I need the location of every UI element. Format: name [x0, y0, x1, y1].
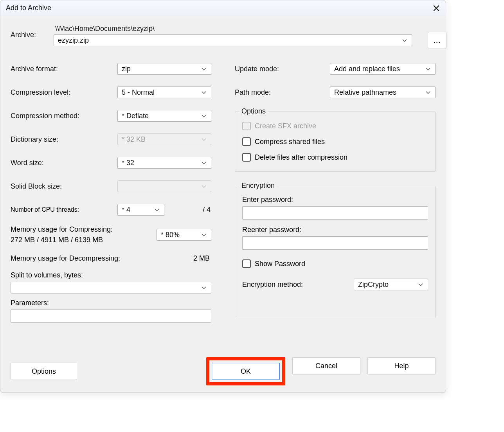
compression-level-label: Compression level:: [11, 88, 106, 97]
chevron-down-icon: [201, 160, 207, 166]
row-reenter-password: Reenter password:: [242, 226, 428, 250]
split-volumes-label: Split to volumes, bytes:: [11, 271, 211, 279]
chevron-down-icon: [401, 37, 408, 43]
mem-decompress-value: 2 MB: [157, 254, 211, 263]
archive-path-col: \\Mac\Home\Documents\ezyzip\ ezyzip.zip: [54, 25, 412, 46]
columns: Archive format: zip Compression level: 5…: [11, 60, 436, 323]
row-compression-level: Compression level: 5 - Normal: [11, 83, 211, 101]
archive-filename: ezyzip.zip: [58, 35, 89, 46]
dialog-footer: Options OK Cancel Help: [11, 357, 436, 385]
split-volumes-select[interactable]: [11, 282, 211, 293]
update-mode-value: Add and replace files: [334, 63, 400, 74]
row-enter-password: Enter password:: [242, 196, 428, 220]
parameters-label: Parameters:: [11, 299, 211, 307]
show-password-checkbox[interactable]: [242, 259, 251, 268]
compression-method-select[interactable]: * Deflate: [117, 110, 211, 122]
archive-folder-path: \\Mac\Home\Documents\ezyzip\: [54, 25, 412, 33]
window: Add to Archive Archive: \\Mac\Home\Docum…: [0, 0, 504, 432]
mem-compress-label: Memory usage for Compressing:: [11, 224, 157, 235]
footer-right: OK Cancel Help: [206, 357, 436, 385]
browse-button[interactable]: ...: [428, 32, 446, 49]
ok-button[interactable]: OK: [212, 363, 280, 380]
help-button[interactable]: Help: [367, 357, 436, 374]
mem-compress-select[interactable]: * 80%: [157, 229, 211, 241]
archive-label: Archive:: [11, 25, 54, 39]
cpu-threads-select[interactable]: * 4: [117, 204, 164, 216]
row-show-password: Show Password: [242, 256, 428, 272]
path-mode-select[interactable]: Relative pathnames: [330, 86, 436, 98]
archive-row: Archive: \\Mac\Home\Documents\ezyzip\ ez…: [11, 25, 436, 49]
archive-format-select[interactable]: zip: [117, 63, 211, 75]
enter-password-input[interactable]: [242, 206, 428, 220]
word-size-select[interactable]: * 32: [117, 157, 211, 169]
options-group-title: Options: [239, 107, 268, 115]
compress-shared-checkbox[interactable]: [242, 137, 251, 146]
chevron-down-icon: [201, 183, 207, 189]
cancel-button[interactable]: Cancel: [292, 357, 360, 374]
path-mode-label: Path mode:: [235, 88, 322, 97]
chevron-down-icon: [201, 66, 207, 72]
encryption-method-value: ZipCrypto: [358, 279, 389, 290]
mem-decompress-label: Memory usage for Decompressing:: [11, 254, 157, 263]
row-compress-shared: Compress shared files: [242, 134, 428, 149]
add-to-archive-dialog: Add to Archive Archive: \\Mac\Home\Docum…: [0, 0, 446, 393]
archive-format-value: zip: [122, 63, 131, 74]
compression-method-label: Compression method:: [11, 112, 106, 120]
row-create-sfx: Create SFX archive: [242, 118, 428, 134]
reenter-password-input[interactable]: [242, 236, 428, 250]
encryption-method-label: Encryption method:: [242, 281, 346, 289]
cpu-threads-total: / 4: [176, 206, 211, 214]
update-mode-label: Update mode:: [235, 65, 322, 73]
row-split-volumes: Split to volumes, bytes:: [11, 271, 211, 293]
archive-filename-select[interactable]: ezyzip.zip: [54, 34, 412, 46]
archive-format-label: Archive format:: [11, 65, 106, 73]
row-path-mode: Path mode: Relative pathnames: [235, 83, 436, 101]
cpu-threads-value: * 4: [122, 204, 130, 215]
chevron-down-icon: [154, 207, 160, 213]
options-group: Options Create SFX archive Compress shar…: [235, 112, 436, 172]
create-sfx-label: Create SFX archive: [255, 122, 316, 130]
compress-shared-label: Compress shared files: [255, 138, 325, 146]
create-sfx-checkbox: [242, 122, 251, 130]
close-button[interactable]: [431, 3, 442, 14]
chevron-down-icon: [425, 66, 431, 72]
word-size-label: Word size:: [11, 159, 106, 167]
chevron-down-icon: [418, 281, 424, 288]
close-icon: [433, 5, 440, 12]
encryption-method-select[interactable]: ZipCrypto: [354, 279, 428, 290]
dictionary-size-select: * 32 KB: [117, 133, 211, 145]
options-button[interactable]: Options: [11, 363, 77, 380]
chevron-down-icon: [425, 89, 431, 95]
row-parameters: Parameters:: [11, 299, 211, 323]
row-dictionary-size: Dictionary size: * 32 KB: [11, 130, 211, 148]
chevron-down-icon: [201, 284, 207, 291]
solid-block-label: Solid Block size:: [11, 182, 106, 191]
ok-highlight: OK: [206, 357, 285, 385]
solid-block-select: [117, 180, 211, 192]
chevron-down-icon: [201, 136, 207, 142]
mem-compress-text: Memory usage for Compressing: 272 MB / 4…: [11, 224, 157, 245]
parameters-input[interactable]: [11, 310, 211, 323]
row-compression-method: Compression method: * Deflate: [11, 107, 211, 125]
titlebar: Add to Archive: [0, 0, 446, 16]
mem-compress-detail: 272 MB / 4911 MB / 6139 MB: [11, 235, 157, 245]
row-mem-decompress: Memory usage for Decompressing: 2 MB: [11, 249, 211, 267]
dialog-body: Archive: \\Mac\Home\Documents\ezyzip\ ez…: [0, 16, 446, 392]
cpu-threads-label: Number of CPU threads:: [11, 206, 117, 213]
delete-after-label: Delete files after compression: [255, 153, 347, 162]
compression-level-select[interactable]: 5 - Normal: [117, 86, 211, 98]
row-solid-block: Solid Block size:: [11, 177, 211, 195]
dictionary-size-label: Dictionary size:: [11, 135, 106, 144]
left-column: Archive format: zip Compression level: 5…: [11, 60, 211, 323]
row-archive-format: Archive format: zip: [11, 60, 211, 78]
row-delete-after: Delete files after compression: [242, 149, 428, 165]
delete-after-checkbox[interactable]: [242, 153, 251, 162]
row-cpu-threads: Number of CPU threads: * 4 / 4: [11, 201, 211, 219]
row-mem-compress: Memory usage for Compressing: 272 MB / 4…: [11, 224, 211, 245]
update-mode-select[interactable]: Add and replace files: [330, 63, 436, 75]
mem-compress-value: * 80%: [161, 229, 180, 240]
compression-method-value: * Deflate: [122, 110, 149, 121]
enter-password-label: Enter password:: [242, 196, 428, 204]
chevron-down-icon: [201, 89, 207, 95]
show-password-label: Show Password: [255, 260, 305, 268]
